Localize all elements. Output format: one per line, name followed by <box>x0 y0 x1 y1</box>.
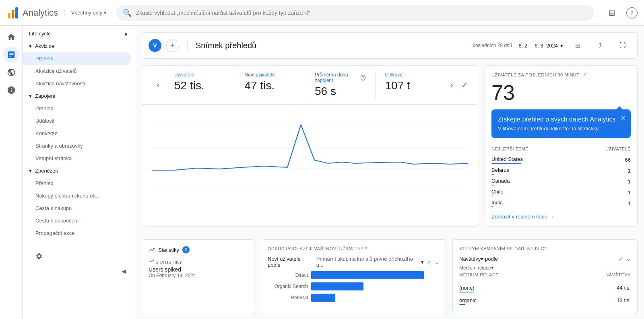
campaign-config-icon[interactable]: ⌄ <box>626 256 631 262</box>
prev-metric-btn[interactable]: ‹ <box>152 72 165 98</box>
grid-icon[interactable]: ⊞ <box>604 5 620 21</box>
visits-col-label: NÁVŠTĚVY <box>605 272 631 277</box>
help-icon[interactable]: ? <box>626 7 638 19</box>
country-rows: United States 66 Belarus 1 Canada 1 Chil… <box>491 154 631 209</box>
next-metric-btn[interactable]: › <box>445 72 458 98</box>
sidebar-item-akvizice-navstevnosti[interactable]: Akvizice návštěvnosti <box>23 77 132 90</box>
sidebar-item-prehled-zpen[interactable]: Přehled <box>23 177 132 189</box>
new-users-dropdown[interactable]: Noví uživatelé podle Primární skupina ka… <box>268 256 439 268</box>
cesta-dokonceni-label: Cesta k dokončení <box>35 218 79 224</box>
new-users-dropdown-sub: Primární skupina kanálů prvně příchozího… <box>316 256 418 268</box>
date-range-value: 8. 2. – 6. 3. 2024 <box>518 43 558 49</box>
prehled-zap-label: Přehled <box>35 105 54 111</box>
sidebar-item-vstupni[interactable]: Vstupní stránka <box>23 152 132 165</box>
medium-label: (none) <box>459 285 475 291</box>
country-row: Chile 1 <box>491 187 631 198</box>
nakupy-label: Nákupy elektronického ob... <box>35 193 100 199</box>
medium-col-label: MÉDIUM RELACE <box>459 272 499 277</box>
konverze-label: Konverze <box>35 130 58 136</box>
lifecycle-header: Life cycle ▲ <box>23 26 135 40</box>
tooltip-close-btn[interactable]: ✕ <box>621 114 626 122</box>
search-bar[interactable]: 🔍 <box>116 5 594 21</box>
sidebar-zpenezeni[interactable]: ▾ Zpeněžení <box>23 165 135 177</box>
country-name: Chile <box>491 189 504 195</box>
medium-bar <box>459 304 465 305</box>
show-realtime-btn[interactable]: Zobrazit v reálném čase → <box>491 214 631 220</box>
topbar-right: ⊞ ? <box>604 5 638 21</box>
chevron-icon-zapojeni: ▾ <box>29 93 32 99</box>
metric-new-users: Noví uživatelé 47 tis. <box>235 72 305 98</box>
expand-icon[interactable]: ⛶ <box>615 37 631 54</box>
stats-card: Statistiky 0 STATISTIKY Users spiked On … <box>142 239 254 314</box>
account-selector[interactable]: Všechny účty ▾ <box>64 10 107 16</box>
table-row: organic 13 tis. <box>459 295 631 307</box>
campaign-check-icon: ✓ <box>619 256 623 262</box>
home-icon[interactable] <box>3 29 19 45</box>
sidebar-item-akvizice-uzivatelu[interactable]: Akvizice uživatelů <box>23 65 132 77</box>
sidebar-item-propagacni[interactable]: Propagační akce <box>23 227 132 239</box>
akvizice-uzivatelu-label: Akvizice uživatelů <box>35 68 77 74</box>
collapse-icon[interactable]: ▲ <box>123 31 128 37</box>
campaign-table-row: organic 13 tis. <box>459 295 631 307</box>
sidebar-item-prehled-akv[interactable]: Přehled <box>23 52 132 65</box>
metric-users: Uživatelé 52 tis. <box>165 72 235 98</box>
account-label: Všechny účty <box>71 10 102 16</box>
reports-icon[interactable] <box>3 47 19 63</box>
sidebar-item-cesta-nakup[interactable]: Cesta k nákupu <box>23 202 132 214</box>
country-name: United States <box>491 156 523 162</box>
country-row: Canada 1 <box>491 176 631 187</box>
country-bar <box>491 196 493 196</box>
compare-icon[interactable]: ⊞ <box>570 37 586 54</box>
advertising-icon[interactable] <box>3 82 19 98</box>
metric-avg-time: Průměrná doba zapojení ? 56 s <box>305 72 376 98</box>
chart-area: 8 tis. 6 tis. 4 tis. 2 tis. 0 11 úno 18 … <box>142 105 478 196</box>
page-header: V + Snímek přehledů posledních 28 dnů 8.… <box>142 32 638 59</box>
country-bar <box>491 163 521 164</box>
tooltip-title: Získejte přehled o svých datech Analytic… <box>498 116 624 123</box>
country-bar <box>491 206 493 207</box>
analytics-logo-icon <box>6 6 19 19</box>
sidebar-item-udalosti[interactable]: Události <box>23 115 132 127</box>
table-row: (none) 44 tis. <box>459 282 631 295</box>
tooltip-desc: V libovolném přehledu klikněte na Statis… <box>498 126 624 132</box>
search-input[interactable] <box>136 10 588 16</box>
new-users-config-icon[interactable]: ⌄ <box>435 259 439 265</box>
sidebar-zapojeni[interactable]: ▾ Zapojení <box>23 90 135 102</box>
metric-avg-time-label: Průměrná doba zapojení ? <box>315 72 365 83</box>
sidebar-item-nakupy[interactable]: Nákupy elektronického ob... <box>23 189 132 202</box>
campaign-section-label: KTERÝM KAMPANÍM SE DAŘÍ NEJVÍC? <box>459 246 631 251</box>
search-icon: 🔍 <box>123 8 132 17</box>
udalosti-label: Události <box>35 118 54 124</box>
metric-new-users-value: 47 tis. <box>245 79 295 92</box>
realtime-value: 73 <box>491 80 631 105</box>
sidebar-settings[interactable] <box>23 249 132 263</box>
country-name: India <box>491 200 503 206</box>
main-content: V + Snímek přehledů posledních 28 dnů 8.… <box>135 26 644 319</box>
explore-icon[interactable] <box>3 64 19 80</box>
metric-total-value: 107 t <box>385 79 436 92</box>
bar-fill <box>311 282 363 290</box>
metric-total-label: Celkové <box>385 72 436 78</box>
svg-rect-2 <box>15 7 18 19</box>
sidebar-item-prehled-zap[interactable]: Přehled <box>23 102 132 115</box>
bar-label: Direct <box>268 272 308 278</box>
metric-users-label: Uživatelé <box>174 72 225 78</box>
stat-sub-icon <box>149 258 154 264</box>
info-icon: ? <box>361 75 365 80</box>
share-icon[interactable]: ⤴ <box>592 37 608 54</box>
logo-area: Analytics Všechny účty ▾ <box>6 6 107 19</box>
add-view-button[interactable]: + <box>166 39 179 52</box>
users-col-label: UŽIVATELÉ <box>605 146 631 151</box>
new-users-dropdown-label: Noví uživatelé podle <box>268 256 313 268</box>
campaign-dropdown[interactable]: Návštěvy▾ podle ✓ ⌄ <box>459 256 631 262</box>
sidebar-item-cesta-dokonceni[interactable]: Cesta k dokončení <box>23 214 132 227</box>
sidebar-akvizice[interactable]: ▾ Akvizice <box>23 40 135 52</box>
date-selector[interactable]: 8. 2. – 6. 3. 2024 ▾ <box>518 43 563 49</box>
sidebar-item-konverze[interactable]: Konverze <box>23 127 132 140</box>
bar-fill <box>311 271 424 279</box>
country-row: India 1 <box>491 198 631 209</box>
prehled-akv-label: Přehled <box>35 56 54 62</box>
arrow-right-icon: → <box>549 214 554 220</box>
sidebar-item-stranky[interactable]: Stránky a obrazovky <box>23 140 132 152</box>
sidebar-collapse-btn[interactable]: ◀ <box>116 263 132 279</box>
